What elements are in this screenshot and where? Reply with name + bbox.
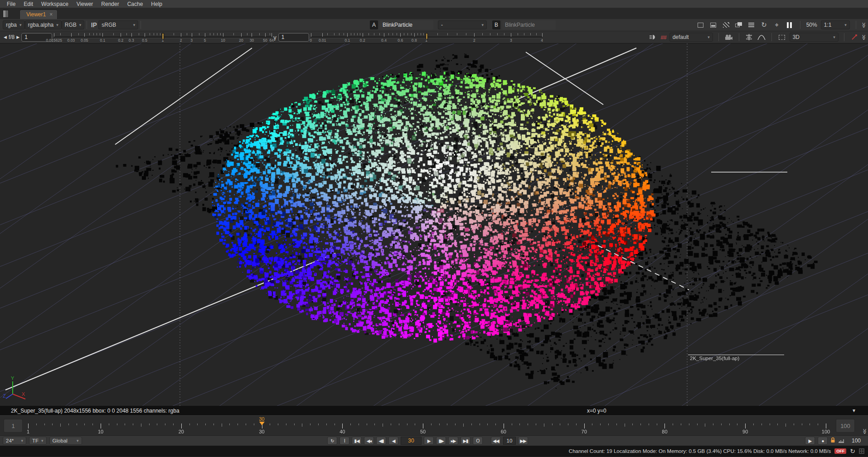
frame-tick bbox=[512, 423, 512, 425]
slider-tick bbox=[157, 33, 157, 35]
headlamp-icon[interactable] bbox=[648, 33, 657, 42]
gain-region-icon[interactable] bbox=[696, 20, 705, 29]
chevron-down-icon: ▾ bbox=[708, 35, 710, 39]
input-b-node[interactable]: BlinkParticle bbox=[502, 20, 556, 29]
frame-increment-button[interactable]: I bbox=[339, 437, 349, 445]
skip-forward-button[interactable]: ▶▶ bbox=[518, 437, 528, 445]
lut-select[interactable]: default▾ bbox=[669, 33, 713, 42]
overlay-icon[interactable] bbox=[734, 20, 743, 29]
frame-tick bbox=[28, 423, 29, 428]
proxy-select[interactable]: 1:1▾ bbox=[821, 20, 850, 29]
input-process-button[interactable]: IP bbox=[89, 20, 98, 29]
divider bbox=[87, 21, 87, 29]
refresh-icon[interactable]: ↻ bbox=[760, 20, 769, 29]
frame-tick bbox=[753, 423, 754, 425]
goto-end-button[interactable]: ▶▮ bbox=[461, 437, 470, 445]
frame-range-select[interactable]: Global▾ bbox=[49, 437, 82, 445]
skip-amount-input[interactable]: 10 bbox=[503, 437, 516, 445]
slider-tick bbox=[421, 33, 421, 35]
slider-tick bbox=[113, 33, 114, 35]
lock-range-icon[interactable] bbox=[830, 437, 835, 445]
menu-item-render[interactable]: Render bbox=[97, 0, 123, 8]
pane-layout-icon[interactable] bbox=[3, 10, 9, 18]
frame-label: 90 bbox=[742, 429, 748, 434]
pause-button[interactable] bbox=[785, 20, 794, 29]
range-slider-icon[interactable] bbox=[838, 437, 844, 445]
frame-tick bbox=[197, 423, 198, 425]
frame-tick bbox=[101, 423, 101, 428]
slider-handle[interactable] bbox=[162, 33, 164, 39]
frame-tick bbox=[286, 423, 286, 425]
ab-blend-select[interactable]: -▾ bbox=[438, 20, 487, 29]
collapse-toolbar-icon[interactable]: ∨∨ bbox=[861, 35, 866, 39]
menu-item-viewer[interactable]: Viewer bbox=[73, 0, 97, 8]
projection-select[interactable]: 3D▾ bbox=[790, 33, 839, 42]
update-icon[interactable]: ↻ bbox=[850, 447, 855, 455]
current-frame-input[interactable]: 30 bbox=[401, 437, 422, 445]
3d-viewport[interactable]: 2K_Super_35(full-ap) Y X Z bbox=[0, 43, 868, 406]
goto-start-button[interactable]: ▮◀ bbox=[352, 437, 362, 445]
resize-grip-icon[interactable] bbox=[859, 448, 864, 454]
range-start-box[interactable]: 1 bbox=[4, 419, 23, 433]
gain-up-button[interactable]: ▶ bbox=[16, 35, 19, 39]
skip-back-button[interactable]: ◀◀ bbox=[491, 437, 501, 445]
divider bbox=[718, 33, 719, 41]
timeline-ruler[interactable]: 110203040506070809010030 bbox=[25, 416, 834, 436]
display-channels-select[interactable]: RGB▾ bbox=[62, 20, 85, 29]
input-a-badge[interactable]: A bbox=[370, 20, 378, 29]
format-label: 2K_Super_35(full-ap) bbox=[688, 355, 784, 361]
fps-select[interactable]: 24*▾ bbox=[3, 437, 26, 445]
collapse-timeline-icon[interactable]: ∨∨ bbox=[862, 429, 867, 433]
menu-item-edit[interactable]: Edit bbox=[19, 0, 37, 8]
gain-slider[interactable]: 0.0156250.030.050.10.20.30.5123510203050… bbox=[54, 32, 272, 43]
prev-keyframe-button[interactable]: ◀◂ bbox=[364, 437, 374, 445]
camera-icon[interactable] bbox=[724, 33, 733, 42]
range-end-box[interactable]: 100 bbox=[836, 419, 855, 433]
loop-mode-button[interactable]: ↻ bbox=[327, 437, 337, 445]
step-back-button[interactable]: ◀▮ bbox=[376, 437, 386, 445]
layer-select[interactable]: rgba.alpha▾ bbox=[25, 20, 62, 29]
menu-item-workspace[interactable]: Workspace bbox=[37, 0, 73, 8]
localization-off-badge[interactable]: OFF bbox=[834, 448, 846, 454]
frame-tick bbox=[77, 423, 77, 425]
timeline-mode-select[interactable]: TF▾ bbox=[29, 437, 47, 445]
playhead[interactable]: 30 bbox=[259, 416, 264, 425]
tab-viewer1[interactable]: Viewer1 × bbox=[19, 10, 58, 19]
record-button[interactable]: ● bbox=[818, 437, 828, 445]
flipbook-button[interactable]: ▶ bbox=[805, 437, 815, 445]
gamma-slider[interactable]: 00.010.10.20.40.60.81234 bbox=[311, 32, 542, 43]
frame-tick bbox=[552, 423, 553, 425]
step-forward-button[interactable]: ▮▶ bbox=[436, 437, 446, 445]
menu-item-cache[interactable]: Cache bbox=[123, 0, 147, 8]
gamma-input[interactable]: 1 bbox=[278, 33, 309, 42]
menu-item-help[interactable]: Help bbox=[147, 0, 166, 8]
render-mode-icon[interactable] bbox=[745, 33, 754, 42]
lighting-curve-icon[interactable] bbox=[757, 33, 766, 42]
gain-down-button[interactable]: ◀ bbox=[4, 35, 7, 39]
timeline[interactable]: 1 110203040506070809010030 100 ∨∨ bbox=[0, 415, 868, 435]
frame-tick bbox=[374, 423, 375, 425]
3d-viewport-canvas[interactable] bbox=[0, 43, 868, 406]
channels-select[interactable]: rgba▾ bbox=[3, 20, 25, 29]
menu-item-file[interactable]: File bbox=[3, 0, 19, 8]
input-b-badge[interactable]: B bbox=[492, 20, 500, 29]
colorspace-select[interactable]: sRGB▾ bbox=[98, 20, 138, 29]
playback-range-button[interactable]: O bbox=[473, 437, 483, 445]
safe-zone-icon[interactable]: ## bbox=[660, 34, 666, 41]
collapse-toolbar-icon[interactable]: ∨∨ bbox=[861, 23, 866, 27]
next-keyframe-button[interactable]: ▸▶ bbox=[448, 437, 458, 445]
full-frame-icon[interactable] bbox=[709, 20, 718, 29]
eyedropper-icon[interactable] bbox=[850, 33, 859, 42]
input-a-node[interactable]: BlinkParticle bbox=[380, 20, 433, 29]
tab-close-icon[interactable]: × bbox=[49, 11, 53, 18]
layer-stack-icon[interactable] bbox=[747, 20, 756, 29]
roi-icon[interactable]: ⌖ bbox=[772, 20, 781, 29]
wipe-icon[interactable] bbox=[722, 20, 731, 29]
play-forward-button[interactable]: ▶ bbox=[424, 437, 434, 445]
slider-tick bbox=[60, 33, 61, 35]
info-dropdown-icon[interactable]: ▼ bbox=[852, 408, 856, 413]
marquee-select-icon[interactable] bbox=[777, 33, 786, 42]
zoom-level[interactable]: 50% bbox=[806, 22, 817, 28]
slider-handle[interactable] bbox=[426, 33, 428, 39]
play-backward-button[interactable]: ◀ bbox=[388, 437, 398, 445]
